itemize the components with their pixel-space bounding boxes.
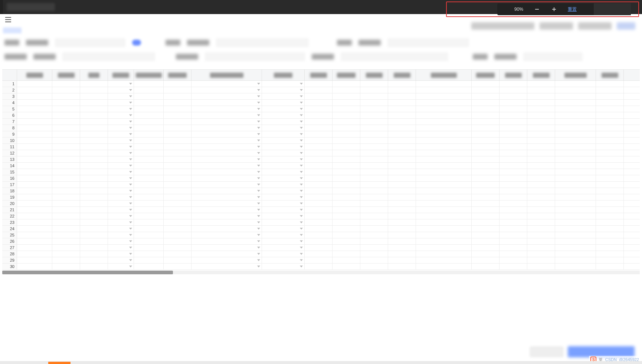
dropdown-caret-icon[interactable] [300,203,303,205]
row-number[interactable]: 1 [2,81,17,87]
dropdown-caret-icon[interactable] [257,140,260,142]
grid-cell[interactable] [108,138,134,143]
dropdown-caret-icon[interactable] [300,171,303,173]
grid-cell[interactable] [388,238,416,244]
grid-cell[interactable] [191,81,262,87]
row-number[interactable]: 18 [2,188,17,194]
grid-cell[interactable] [596,194,624,200]
grid-cell[interactable] [262,245,305,251]
grid-cell[interactable] [527,150,555,156]
grid-cell[interactable] [596,131,624,137]
grid-cell[interactable] [555,119,596,125]
grid-cell[interactable] [108,232,134,238]
grid-cell[interactable] [596,100,624,106]
grid-cell[interactable] [134,188,164,194]
horizontal-scrollbar[interactable] [2,271,640,274]
grid-cell[interactable] [388,106,416,112]
row-number[interactable]: 26 [2,238,17,244]
grid-cell[interactable] [108,245,134,251]
grid-cell[interactable] [164,131,191,137]
grid-cell[interactable] [52,112,80,118]
grid-cell[interactable] [52,119,80,125]
grid-cell[interactable] [416,106,472,112]
grid-cell[interactable] [527,194,555,200]
grid-cell[interactable] [17,188,52,194]
dropdown-caret-icon[interactable] [300,140,303,142]
grid-cell[interactable] [499,207,527,213]
grid-cell[interactable] [191,207,262,213]
table-row[interactable]: 6 [2,112,640,119]
dropdown-caret-icon[interactable] [129,190,132,192]
grid-cell[interactable] [527,119,555,125]
grid-cell[interactable] [388,150,416,156]
grid-cell[interactable] [555,245,596,251]
grid-cell[interactable] [416,93,472,99]
grid-cell[interactable] [191,201,262,206]
dropdown-caret-icon[interactable] [300,266,303,268]
grid-cell[interactable] [472,232,499,238]
grid-cell[interactable] [305,219,333,225]
grid-cell[interactable] [596,182,624,188]
dropdown-caret-icon[interactable] [129,234,132,236]
grid-cell[interactable] [305,100,333,106]
grid-cell[interactable] [333,182,360,188]
grid-cell[interactable] [80,144,108,150]
grid-cell[interactable] [388,207,416,213]
row-number[interactable]: 2 [2,87,17,93]
table-row[interactable]: 19 [2,194,640,201]
grid-cell[interactable] [555,238,596,244]
grid-cell[interactable] [499,119,527,125]
table-row[interactable]: 22 [2,213,640,219]
grid-cell[interactable] [360,87,388,93]
table-row[interactable]: 25 [2,232,640,238]
grid-cell[interactable] [191,251,262,257]
grid-cell[interactable] [527,93,555,99]
grid-cell[interactable] [305,194,333,200]
grid-cell[interactable] [305,138,333,143]
grid-cell[interactable] [262,163,305,169]
dropdown-caret-icon[interactable] [257,115,260,116]
grid-cell[interactable] [108,251,134,257]
grid-cell[interactable] [134,144,164,150]
grid-cell[interactable] [499,213,527,219]
grid-cell[interactable] [333,169,360,175]
dropdown-caret-icon[interactable] [257,165,260,167]
grid-cell[interactable] [52,207,80,213]
grid-cell[interactable] [416,100,472,106]
grid-cell[interactable] [52,175,80,181]
grid-cell[interactable] [108,182,134,188]
grid-cell[interactable] [472,81,499,87]
grid-cell[interactable] [360,106,388,112]
grid-cell[interactable] [164,207,191,213]
row-number[interactable]: 24 [2,226,17,232]
grid-cell[interactable] [416,138,472,143]
grid-cell[interactable] [305,188,333,194]
grid-cell[interactable] [555,182,596,188]
dropdown-caret-icon[interactable] [129,96,132,97]
grid-cell[interactable] [191,163,262,169]
grid-cell[interactable] [555,100,596,106]
dropdown-caret-icon[interactable] [257,102,260,104]
grid-cell[interactable] [108,194,134,200]
grid-cell[interactable] [80,93,108,99]
grid-cell[interactable] [164,112,191,118]
grid-cell[interactable] [80,138,108,143]
dropdown-caret-icon[interactable] [300,102,303,104]
grid-cell[interactable] [80,245,108,251]
filter-input[interactable] [341,52,448,61]
grid-corner[interactable] [2,70,17,80]
grid-cell[interactable] [555,81,596,87]
grid-cell[interactable] [388,213,416,219]
grid-cell[interactable] [17,251,52,257]
dropdown-caret-icon[interactable] [300,178,303,179]
grid-cell[interactable] [52,169,80,175]
row-number[interactable]: 15 [2,169,17,175]
grid-cell[interactable] [416,207,472,213]
grid-cell[interactable] [305,106,333,112]
grid-cell[interactable] [527,207,555,213]
grid-cell[interactable] [262,226,305,232]
column-header[interactable] [164,70,191,80]
table-row[interactable]: 3 [2,93,640,100]
grid-cell[interactable] [527,257,555,263]
grid-cell[interactable] [388,251,416,257]
